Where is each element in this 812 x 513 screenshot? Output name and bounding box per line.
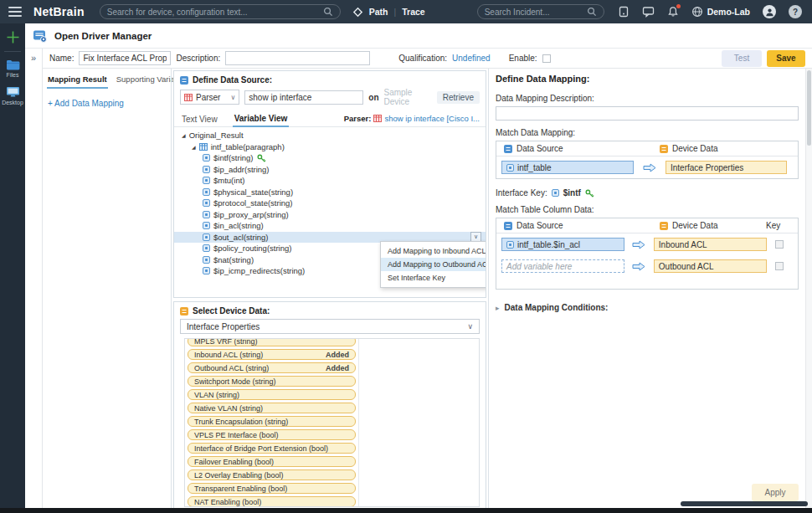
tree-field-label: $ip_addr(string) [213,165,270,174]
tree-caret-icon[interactable]: ◢ [182,132,186,138]
tree-field-label: $intf(string) [213,153,254,162]
tree-field-physical-state[interactable]: $physical_state(string) [174,187,486,198]
add-new-icon[interactable] [6,30,20,44]
description-field[interactable] [225,51,370,65]
horizontal-scrollbar-thumb[interactable] [681,501,808,506]
data-source-icon [180,76,188,85]
menu-item-add-mapping-inbound-acl[interactable]: Add Mapping to Inbound ACL [381,244,486,258]
sidebar-item-desktop[interactable]: Desktop [2,86,23,105]
tree-field-in-acl[interactable]: $in_acl(string) [174,220,486,232]
device-data-item[interactable]: Native VLAN (string) [188,403,356,413]
parser-name-link[interactable]: show ip interface [Cisco I... [384,114,480,123]
mapping-arrow-icon [643,163,656,172]
parser-type-dropdown[interactable]: Parser ∨ [180,90,239,105]
tree-field-ip-addr[interactable]: $ip_addr(string) [174,164,486,176]
name-field[interactable] [79,51,171,65]
path-icon[interactable] [352,7,363,18]
variable-icon [203,222,210,229]
device-data-item[interactable]: Inbound ACL (string)Added [188,349,356,360]
chat-icon[interactable] [642,6,655,18]
mapping-target-cell[interactable]: Outbound ACL [654,259,767,273]
collapse-panel-button[interactable]: » [25,49,43,513]
mapping-target-cell[interactable]: Interface Properties [666,161,787,174]
save-button[interactable]: Save [767,50,805,67]
tree-node-label: Original_Result [189,131,244,140]
test-button[interactable]: Test [722,50,762,67]
screenshot-icon[interactable] [618,6,630,18]
sidebar-item-files[interactable]: Files [6,59,20,78]
tree-field-label: $policy_routing(string) [213,244,291,253]
vertical-scrollbar[interactable] [805,69,812,513]
device-data-item[interactable]: L2 Overlay Enabling (bool) [188,469,356,480]
incident-search-placeholder: Search Incident... [485,8,550,17]
trace-link[interactable]: Trace [402,7,424,17]
tree-field-protocol-state[interactable]: $protocol_state(string) [174,198,486,209]
device-data-list: MPLS VRF (string) Inbound ACL (string)Ad… [185,338,359,506]
tab-mapping-result[interactable]: Mapping Result [47,72,108,89]
variable-icon [203,188,210,196]
tree-field-mtu[interactable]: $mtu(int) [174,175,486,187]
mapping-result-panel: Mapping Result Supporting Variables + Ad… [43,69,171,513]
interface-key-label: Interface Key: [496,188,547,198]
tree-field-label: $physical_state(string) [213,187,293,197]
device-data-item[interactable]: VLAN (string) [188,389,356,400]
help-icon[interactable]: ? [789,5,802,18]
scrollbar-thumb[interactable] [807,70,811,146]
sidebar-divider [4,51,21,52]
variable-icon [203,199,210,207]
path-link[interactable]: Path [369,7,388,17]
tree-node-root[interactable]: ◢ Original_Result [174,130,486,141]
add-data-mapping-link[interactable]: + Add Data Mapping [48,99,171,108]
tab-variable-view[interactable]: Variable View [233,110,290,127]
user-avatar[interactable] [763,5,776,18]
incident-search-input[interactable]: Search Incident... [477,4,604,19]
enable-checkbox[interactable] [542,54,551,63]
description-label: Description: [176,54,220,63]
device-search-input[interactable]: Search for device, configuration text... [100,4,341,19]
chevron-down-icon: ∨ [474,233,478,240]
device-data-item[interactable]: Trunk Encapsulation (string) [188,416,356,427]
tree-field-label: $out_acl(string) [213,233,268,242]
menu-item-set-interface-key[interactable]: Set Interface Key [381,271,486,285]
tab-text-view[interactable]: Text View [180,111,219,126]
tree-node-label: intf_table(paragraph) [211,142,285,151]
mapping-target-cell[interactable]: Inbound ACL [654,238,767,251]
table-row: intf_table Interface Properties [496,156,798,178]
mapping-source-cell[interactable]: intf_table.$in_acl [501,238,624,251]
tree-node-table[interactable]: ◢ intf_table(paragraph) [174,141,486,153]
search-icon[interactable] [587,7,597,17]
device-data-icon [660,145,668,153]
device-data-item[interactable]: Switchport Mode (string) [188,376,356,387]
tenant-switcher[interactable]: Demo-Lab [691,6,750,18]
device-data-item[interactable]: Outbound ACL (string)Added [188,362,356,373]
mapping-source-cell[interactable]: intf_table [501,161,634,174]
qualification-value-link[interactable]: Undefined [452,54,491,63]
tree-field-label: $ip_icmp_redirects(string) [213,266,305,275]
device-data-item[interactable]: Interface of Bridge Port Extension (bool… [188,443,356,454]
data-mapping-conditions-toggle[interactable]: ▸ Data Mapping Conditions: [496,303,799,312]
variable-icon [203,244,210,252]
device-data-item[interactable]: NAT Enabling (bool) [188,496,356,506]
tree-field-intf[interactable]: $intf(string) [174,152,486,164]
key-checkbox[interactable] [775,240,784,249]
parser-command-input[interactable] [244,90,363,105]
parser-icon [373,115,382,122]
data-mapping-description-input[interactable] [496,106,799,121]
search-icon[interactable] [323,7,333,17]
device-data-item[interactable]: Transparent Enabling (bool) [188,483,356,494]
key-checkbox[interactable] [775,262,784,270]
table-row: Add variable here Outbound ACL [496,255,798,277]
apply-button[interactable]: Apply [752,484,799,501]
add-variable-placeholder-cell[interactable]: Add variable here [501,259,624,273]
device-data-category-dropdown[interactable]: Interface Properties ∨ [180,319,480,334]
device-data-item[interactable]: MPLS VRF (string) [188,338,356,346]
tree-caret-icon[interactable]: ◢ [192,144,196,150]
key-column-header: Key [766,221,798,230]
tree-field-ip-proxy-arp[interactable]: $ip_proxy_arp(string) [174,209,486,221]
menu-item-add-mapping-outbound-acl[interactable]: Add Mapping to Outbound ACL [381,258,486,271]
hamburger-menu-icon[interactable] [8,7,22,17]
notifications-bell-icon[interactable] [667,6,679,18]
device-data-item[interactable]: VPLS PE Interface (bool) [188,429,356,440]
device-data-item[interactable]: Failover Enabling (bool) [188,456,356,467]
retrieve-button[interactable]: Retrieve [437,91,480,104]
